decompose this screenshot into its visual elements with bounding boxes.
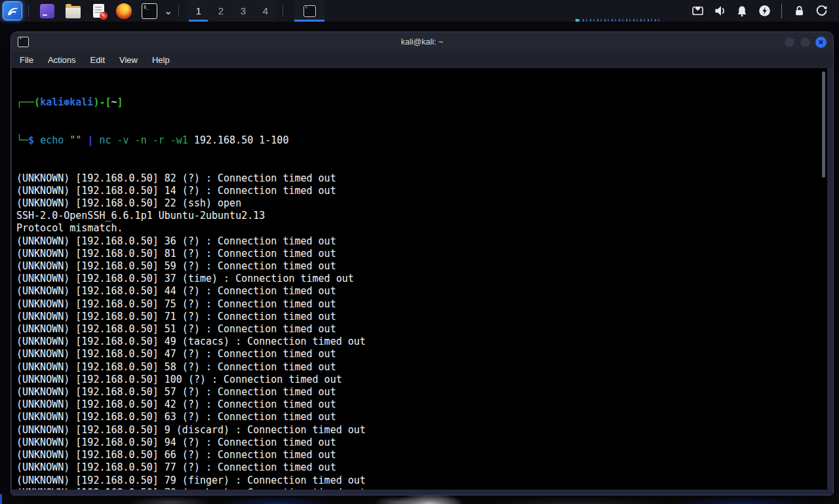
prompt-frame: └─ <box>16 134 28 146</box>
output-line: (UNKNOWN) [192.168.0.50] 81 (?) : Connec… <box>16 248 827 260</box>
output-line: (UNKNOWN) [192.168.0.50] 79 (finger) : C… <box>16 475 827 487</box>
panel-separator <box>283 5 283 17</box>
menu-actions[interactable]: Actions <box>41 55 83 65</box>
output-line: SSH-2.0-OpenSSH_6.6.1p1 Ubuntu-2ubuntu2.… <box>16 210 827 222</box>
network-icon[interactable] <box>686 0 709 22</box>
workspace-button-1[interactable]: 1 <box>187 0 209 22</box>
menu-file[interactable]: File <box>12 55 41 65</box>
panel-separator <box>28 5 29 17</box>
close-button[interactable]: ✕ <box>815 37 827 48</box>
terminal-window: kali@kali: ~ ✕ File Actions Edit View He… <box>10 31 834 495</box>
volume-icon[interactable] <box>709 0 731 22</box>
output-line: (UNKNOWN) [192.168.0.50] 36 (?) : Connec… <box>16 235 827 248</box>
prompt-frame: ┌──( <box>16 96 40 108</box>
terminal-window-icon <box>303 5 316 17</box>
notifications-bell-icon[interactable] <box>731 0 753 22</box>
prompt-path: ~ <box>111 96 117 108</box>
terminal-output: (UNKNOWN) [192.168.0.50] 82 (?) : Connec… <box>16 172 827 490</box>
terminal-icon <box>142 3 157 19</box>
command-args: 192.168.50 1-100 <box>194 134 289 146</box>
workspace-button-3[interactable]: 3 <box>232 0 254 22</box>
tray-separator <box>781 4 782 18</box>
command-flags: -v -n -r -w1 <box>117 134 188 146</box>
menu-view[interactable]: View <box>112 55 145 65</box>
workspace-button-4[interactable]: 4 <box>254 0 276 22</box>
minimize-button[interactable] <box>784 37 795 48</box>
firefox-icon <box>116 3 132 19</box>
terminal-screen[interactable]: ┌──(kali⊛kali)-[~] └─$ echo "" | nc -v -… <box>12 68 827 490</box>
output-line: (UNKNOWN) [192.168.0.50] 58 (?) : Connec… <box>16 361 827 374</box>
output-line: (UNKNOWN) [192.168.0.50] 57 (?) : Connec… <box>16 386 827 398</box>
output-line: (UNKNOWN) [192.168.0.50] 59 (?) : Connec… <box>16 260 827 273</box>
pencil-badge-icon: ✎ <box>100 12 107 20</box>
workspace-switcher: 1 2 3 4 <box>187 0 277 22</box>
launcher-bar: ✎ ⌄ <box>39 2 172 20</box>
lock-screen-icon[interactable] <box>788 0 810 22</box>
prompt-user-host: kali⊛kali <box>40 96 93 108</box>
scrollbar-thumb[interactable] <box>822 71 825 178</box>
output-line: (UNKNOWN) [192.168.0.50] 51 (?) : Connec… <box>16 323 827 336</box>
desktop-icon <box>40 4 54 18</box>
wallpaper-blue-edge <box>0 494 2 504</box>
output-line: Protocol mismatch. <box>16 222 827 235</box>
maximize-button[interactable] <box>800 37 811 48</box>
output-line: (UNKNOWN) [192.168.0.50] 70 (gopher) : C… <box>16 487 827 490</box>
output-line: (UNKNOWN) [192.168.0.50] 75 (?) : Connec… <box>16 298 827 311</box>
kali-dragon-icon <box>6 5 19 18</box>
output-line: (UNKNOWN) [192.168.0.50] 63 (?) : Connec… <box>16 411 827 423</box>
desktop-launcher[interactable] <box>39 2 56 20</box>
firefox-launcher[interactable] <box>115 2 132 20</box>
window-controls: ✕ <box>784 32 827 52</box>
output-line: (UNKNOWN) [192.168.0.50] 66 (?) : Connec… <box>16 449 827 461</box>
menu-help[interactable]: Help <box>145 55 177 65</box>
top-panel: ✎ ⌄ 1 2 3 4 <box>0 0 839 22</box>
power-manager-icon[interactable] <box>753 0 775 22</box>
output-line: (UNKNOWN) [192.168.0.50] 82 (?) : Connec… <box>16 172 827 185</box>
prompt-symbol: $ <box>28 134 34 146</box>
window-terminal-icon <box>18 37 29 47</box>
window-title: kali@kali: ~ <box>11 37 833 47</box>
output-line: (UNKNOWN) [192.168.0.50] 49 (tacacs) : C… <box>16 336 827 348</box>
workspace-button-2[interactable]: 2 <box>210 0 231 22</box>
output-line: (UNKNOWN) [192.168.0.50] 100 (?) : Conne… <box>16 374 827 386</box>
prompt-frame: )-[ <box>93 96 111 108</box>
terminal-launcher[interactable] <box>141 2 158 20</box>
output-line: (UNKNOWN) [192.168.0.50] 14 (?) : Connec… <box>16 185 827 197</box>
log-out-icon[interactable] <box>810 0 832 22</box>
output-line: (UNKNOWN) [192.168.0.50] 44 (?) : Connec… <box>16 285 827 298</box>
terminal-text: ┌──(kali⊛kali)-[~] └─$ echo "" | nc -v -… <box>12 68 827 490</box>
prompt-line-1: ┌──(kali⊛kali)-[~] <box>16 96 827 109</box>
text-editor-launcher[interactable]: ✎ <box>90 2 107 20</box>
menu-bar: File Actions Edit View Help <box>11 52 833 68</box>
command-nc: nc <box>99 134 111 146</box>
system-tray <box>686 0 832 22</box>
kali-menu-button[interactable] <box>3 1 22 20</box>
command-string: "" <box>69 134 81 146</box>
output-line: (UNKNOWN) [192.168.0.50] 42 (?) : Connec… <box>16 398 827 411</box>
output-line: (UNKNOWN) [192.168.0.50] 71 (?) : Connec… <box>16 311 827 323</box>
command-echo: echo <box>40 134 64 146</box>
prompt-frame: ] <box>117 96 123 108</box>
wallpaper-detail <box>576 19 662 22</box>
folder-icon <box>66 6 81 18</box>
window-titlebar[interactable]: kali@kali: ~ ✕ <box>11 32 833 52</box>
prompt-line-2: └─$ echo "" | nc -v -n -r -w1 192.168.50… <box>16 134 827 147</box>
file-manager-launcher[interactable] <box>64 2 81 20</box>
output-line: (UNKNOWN) [192.168.0.50] 9 (discard) : C… <box>16 424 827 436</box>
panel-separator <box>178 5 179 17</box>
menu-edit[interactable]: Edit <box>83 55 112 65</box>
output-line: (UNKNOWN) [192.168.0.50] 37 (time) : Con… <box>16 273 827 285</box>
output-line: (UNKNOWN) [192.168.0.50] 22 (ssh) open <box>16 197 827 210</box>
document-icon: ✎ <box>93 4 104 18</box>
taskbar-terminal-window-button[interactable] <box>294 0 324 22</box>
output-line: (UNKNOWN) [192.168.0.50] 77 (?) : Connec… <box>16 461 827 474</box>
chevron-down-icon[interactable]: ⌄ <box>164 5 172 17</box>
output-line: (UNKNOWN) [192.168.0.50] 47 (?) : Connec… <box>16 348 827 360</box>
output-line: (UNKNOWN) [192.168.0.50] 94 (?) : Connec… <box>16 436 827 449</box>
